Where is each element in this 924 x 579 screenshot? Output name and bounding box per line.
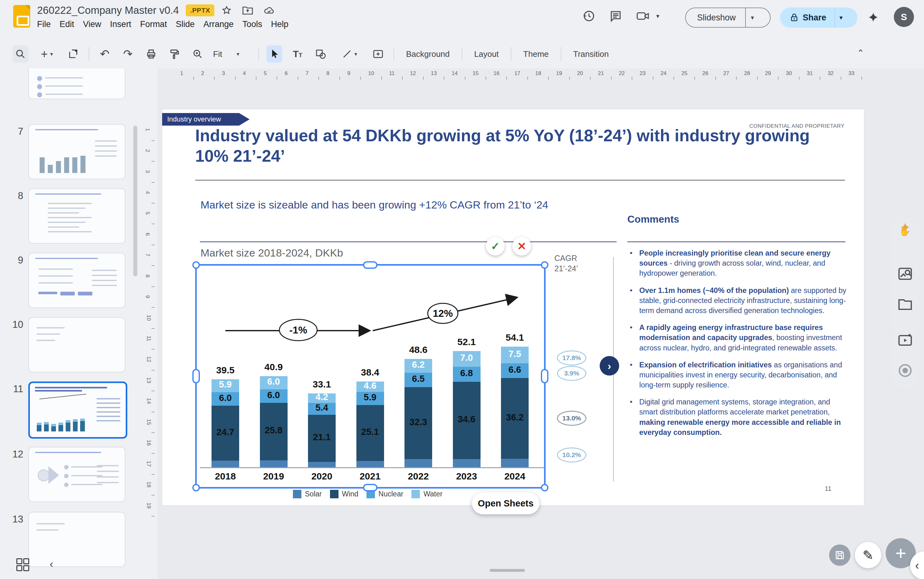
zoom-button[interactable] [190,45,205,63]
insert-placeholder-button[interactable] [370,45,386,63]
move-folder-icon[interactable] [242,5,253,16]
meet-camera-icon[interactable] [636,10,650,23]
document-title[interactable]: 260222_Company Master v0.4 [37,4,179,16]
slide-canvas[interactable]: Industry overview CONFIDENTIAL AND PROPR… [162,109,864,505]
background-button[interactable]: Background [402,49,454,59]
magic-suggest-icon[interactable]: ✦✋ [897,220,913,236]
slide-thumbnail-number-10: 10 [9,319,23,330]
vertical-ruler: 12345678910111213141516171819 [140,69,157,579]
avatar-initial: S [901,11,907,22]
transition-button[interactable]: Transition [569,49,613,59]
slide-thumbnail-12[interactable] [28,447,125,502]
slide-thumbnail-13[interactable] [28,512,125,567]
text-box-button[interactable]: TT [290,45,305,63]
shapes-icon [315,49,327,59]
slideshow-button[interactable]: Slideshow ▾ [685,8,771,28]
slideshow-label: Slideshow [686,13,736,23]
search-menus-button[interactable] [13,45,28,63]
gemini-sparkle-icon[interactable]: ✦ [867,10,879,25]
select-tool-button[interactable] [266,45,282,63]
zoom-select[interactable]: Fit ▾ [213,45,251,63]
menu-arrange[interactable]: Arrange [204,20,233,29]
annotation-minus1: -1% [289,324,307,336]
comments-header: Comments [627,214,679,225]
filmstrip-scrollbar[interactable] [133,126,137,276]
save-fab-button[interactable] [829,545,850,566]
present-new-window-button[interactable] [66,45,81,63]
version-history-icon[interactable] [582,10,595,23]
new-slide-caret-icon[interactable]: ▾ [50,51,53,57]
menu-edit[interactable]: Edit [60,20,74,29]
top-bar: 260222_Company Master v0.4 .PPTX FileEdi… [0,0,924,39]
legend-item-water: Water [411,490,443,498]
reject-button[interactable]: ✕ [512,237,531,255]
star-icon[interactable] [221,5,232,16]
undo-button[interactable]: ↶ [97,45,113,63]
share-caret-icon[interactable]: ▾ [839,14,843,21]
share-label: Share [803,13,826,23]
menu-view[interactable]: View [83,20,101,29]
zoom-value: Fit [213,49,222,59]
notes-drag-handle[interactable] [490,569,525,572]
line-tool-button[interactable]: ▾ [336,45,363,63]
cagr-axis-label: CAGR21’-24’ [555,253,578,273]
slideshow-new-icon[interactable] [897,332,913,348]
line-caret-icon[interactable]: ▾ [355,51,357,57]
menu-file[interactable]: File [37,20,51,29]
slide-thumbnail-number-13: 13 [9,514,23,525]
paint-format-button[interactable] [167,45,182,63]
slide-thumbnail-11[interactable] [28,381,127,438]
slide-thumbnail-7[interactable] [28,124,125,179]
slide-subtitle[interactable]: Market size is sizeable and has been gro… [200,198,612,212]
menu-slide[interactable]: Slide [176,20,195,29]
slide-title[interactable]: Industry valued at 54 DKKb growing at 5%… [195,126,824,166]
cursor-icon [269,49,280,59]
comment-history-icon[interactable] [609,10,622,23]
lock-icon [789,13,799,22]
collapse-toolbar-icon[interactable]: ⌃ [857,48,864,58]
cloud-status-icon[interactable] [263,5,275,16]
line-icon [342,49,352,59]
accept-button[interactable]: ✓ [486,237,505,255]
comment-bullet-1: People increasingly prioritise clean and… [627,248,847,278]
print-button[interactable] [143,45,159,63]
menu-tools[interactable]: Tools [242,20,262,29]
layout-button[interactable]: Layout [470,49,503,59]
comment-bullet-5: Digital grid management systems, storage… [627,397,847,437]
edit-fab-button[interactable]: ✎ [855,542,881,568]
record-icon[interactable] [897,362,913,379]
menu-format[interactable]: Format [140,20,167,29]
slideshow-caret-icon[interactable]: ▾ [751,14,754,21]
account-avatar[interactable]: S [894,7,914,27]
image-search-icon[interactable] [897,266,913,282]
new-slide-button[interactable]: +▾ [36,45,58,63]
next-chevron-button[interactable]: › [600,356,619,376]
chart-section-divider [200,241,617,242]
slides-logo-icon[interactable] [13,5,30,28]
share-button[interactable]: Share ▾ [780,8,857,28]
cagr-bubble-3.9pct: 3.9% [557,366,586,381]
chart-title: Market size 2018-2024, DKKb [200,247,343,259]
slide-thumbnail-8[interactable] [28,188,125,244]
shapes-button[interactable] [313,45,329,63]
zoom-in-icon [192,49,203,59]
slide-thumbnail-10[interactable] [28,317,125,372]
open-sheets-button[interactable]: Open Sheets [472,492,539,514]
zoom-caret-icon: ▾ [237,51,240,57]
slide-filmstrip: 78910111213 [0,69,139,579]
collapse-filmstrip-icon[interactable]: ‹ [50,558,53,570]
folder-icon[interactable] [897,296,913,313]
menu-help[interactable]: Help [271,20,289,29]
growth-arrows: -1% 12% [195,264,542,486]
save-icon [834,550,845,561]
slide-thumbnail-9[interactable] [28,253,125,308]
slide-tag[interactable]: Industry overview [162,113,249,126]
grid-view-button[interactable] [16,558,29,571]
redo-button[interactable]: ↷ [120,45,136,63]
theme-button[interactable]: Theme [519,49,553,59]
comments-list[interactable]: People increasingly prioritise clean and… [627,248,847,444]
menu-insert[interactable]: Insert [110,20,131,29]
pencil-icon: ✎ [862,548,873,563]
slide-thumbnail[interactable] [28,69,125,99]
meet-caret-icon[interactable]: ▾ [656,12,660,20]
